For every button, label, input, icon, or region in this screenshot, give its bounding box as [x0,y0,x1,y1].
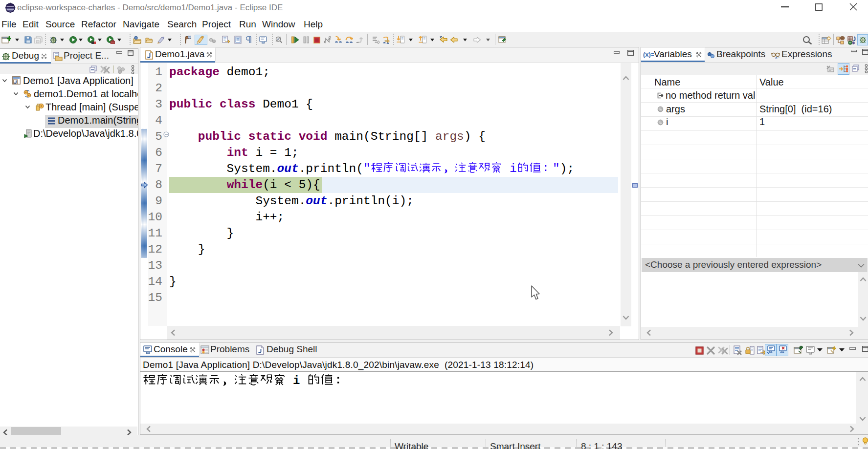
svg-text:(x)=: (x)= [643,51,654,58]
svg-text:x=: x= [775,55,779,59]
